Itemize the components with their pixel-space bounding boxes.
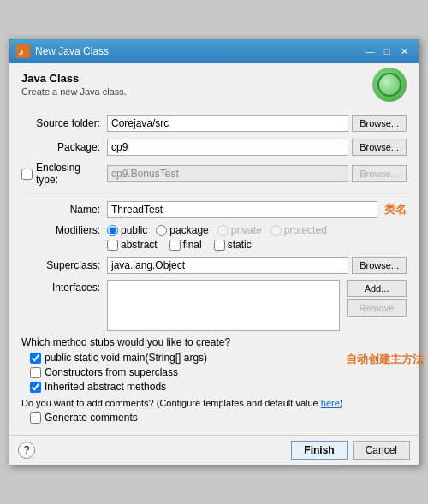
package-browse-button[interactable]: Browse... [352, 139, 407, 156]
eclipse-logo [372, 68, 407, 102]
source-folder-row: Source folder: Browse... [21, 114, 407, 133]
comments-question: Do you want to add comments? (Configure … [21, 398, 407, 408]
section-header-block: Java Class Create a new Java class. [21, 72, 127, 105]
modifier-public[interactable]: public [107, 224, 147, 236]
modifier-public-label: public [121, 224, 147, 236]
name-label: Name: [21, 204, 107, 216]
window-title: New Java Class [35, 45, 109, 57]
generate-comments-label: Generate comments [45, 412, 138, 424]
enclosing-type-label: Enclosing type: [36, 162, 104, 186]
enclosing-type-browse-button[interactable]: Browse... [352, 165, 407, 182]
modifier-protected[interactable]: protected [270, 224, 327, 236]
enclosing-type-label-container: Enclosing type: [21, 162, 107, 186]
stub-inherited[interactable]: Inherited abstract methods [30, 381, 407, 393]
interfaces-add-button[interactable]: Add... [347, 280, 407, 297]
modifier-private[interactable]: private [217, 224, 262, 236]
name-input[interactable] [107, 201, 377, 218]
dialog-content: Java Class Create a new Java class. Sour… [9, 63, 419, 435]
modifiers-radio-group: public package private protected [107, 224, 327, 236]
source-folder-label: Source folder: [21, 117, 107, 129]
enclosing-type-checkbox[interactable] [21, 169, 33, 180]
minimize-button[interactable]: — [362, 44, 377, 58]
dialog-window: J New Java Class — □ ✕ Java Class Create… [9, 39, 419, 465]
modifier-final-label: final [183, 239, 202, 251]
window-controls: — □ ✕ [362, 44, 412, 58]
superclass-row: Superclass: Browse... [21, 256, 407, 275]
title-bar-left: J New Java Class [16, 44, 109, 58]
modifier-package-radio[interactable] [156, 225, 167, 236]
modifier-final-checkbox[interactable] [169, 240, 181, 251]
source-folder-browse-button[interactable]: Browse... [352, 115, 407, 132]
modifier-protected-radio[interactable] [270, 225, 282, 236]
finish-button[interactable]: Finish [291, 441, 347, 460]
modifier-package-label: package [169, 224, 208, 236]
superclass-label: Superclass: [21, 259, 107, 271]
modifier-protected-label: protected [284, 224, 327, 236]
interfaces-remove-button[interactable]: Remove [347, 299, 407, 317]
stub-inherited-label: Inherited abstract methods [45, 381, 166, 393]
stub-main-method-label: public static void main(String[] args) [45, 352, 207, 364]
svg-text:J: J [19, 48, 23, 56]
generate-comments-checkbox[interactable] [30, 412, 41, 424]
close-button[interactable]: ✕ [396, 44, 412, 58]
bottom-bar: ? Finish Cancel [9, 435, 419, 465]
enclosing-type-input[interactable] [107, 165, 348, 182]
stub-inherited-checkbox[interactable] [30, 382, 41, 393]
modifier-package[interactable]: package [156, 224, 208, 236]
interfaces-textarea[interactable] [107, 280, 340, 331]
title-bar: J New Java Class — □ ✕ [9, 39, 419, 63]
modifier-private-label: private [231, 224, 262, 236]
modifiers-checkboxes: abstract final static [107, 239, 252, 251]
stubs-annotation: 自动创建主方法 [346, 352, 424, 367]
superclass-input[interactable] [107, 257, 348, 274]
stub-constructors[interactable]: Constructors from superclass [30, 366, 407, 378]
java-icon: J [16, 44, 30, 58]
source-folder-input[interactable] [107, 115, 348, 132]
modifier-static-label: static [228, 239, 252, 251]
comments-question-prefix: Do you want to add comments? (Configure … [21, 398, 321, 408]
superclass-browse-button[interactable]: Browse... [352, 257, 407, 274]
comments-here-link[interactable]: here [321, 398, 340, 408]
stub-constructors-checkbox[interactable] [30, 367, 41, 378]
maximize-button[interactable]: □ [379, 44, 395, 58]
comments-question-suffix: ) [340, 398, 343, 408]
generate-comments-check[interactable]: Generate comments [30, 412, 407, 424]
modifier-final[interactable]: final [169, 239, 202, 251]
modifier-private-radio[interactable] [217, 225, 229, 236]
interfaces-row: Interfaces: Add... Remove [21, 280, 407, 331]
stub-main-method-checkbox[interactable] [30, 353, 41, 364]
modifier-public-radio[interactable] [107, 225, 118, 236]
modifier-abstract-label: abstract [121, 239, 158, 251]
interfaces-button-group: Add... Remove [343, 280, 407, 317]
help-button[interactable]: ? [18, 442, 35, 459]
bottom-right-buttons: Finish Cancel [291, 441, 410, 460]
name-row: Name: 类名 [21, 200, 407, 219]
modifiers-label: Modifiers: [21, 224, 107, 236]
package-row: Package: Browse... [21, 138, 407, 157]
section-title: Java Class [21, 72, 127, 85]
modifier-static-checkbox[interactable] [214, 240, 225, 251]
divider-1 [21, 193, 407, 193]
package-label: Package: [21, 141, 107, 153]
enclosing-type-row: Enclosing type: Browse... [21, 162, 407, 186]
modifier-abstract[interactable]: abstract [107, 239, 158, 251]
stubs-question: Which method stubs would you like to cre… [21, 336, 407, 348]
name-annotation: 类名 [384, 202, 407, 217]
cancel-button[interactable]: Cancel [353, 441, 410, 460]
modifiers-row: Modifiers: public package private [21, 224, 407, 251]
stubs-section: Which method stubs would you like to cre… [21, 336, 407, 393]
eclipse-logo-inner [377, 73, 401, 97]
stub-constructors-label: Constructors from superclass [45, 366, 178, 378]
modifier-static[interactable]: static [214, 239, 252, 251]
section-subtitle: Create a new Java class. [21, 86, 127, 97]
stub-main-method[interactable]: public static void main(String[] args) [30, 352, 207, 364]
modifier-abstract-checkbox[interactable] [107, 240, 118, 251]
package-input[interactable] [107, 139, 348, 156]
interfaces-label: Interfaces: [21, 280, 107, 294]
comments-section: Do you want to add comments? (Configure … [21, 398, 407, 424]
